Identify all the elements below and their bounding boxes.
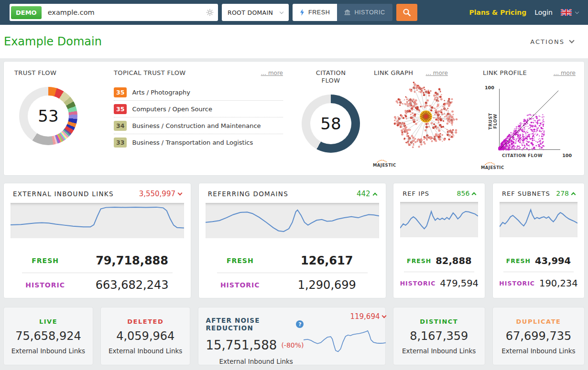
majestic-logo-text: MAJESTIC bbox=[373, 163, 396, 168]
topical-item-label: Arts / Photography bbox=[132, 89, 190, 96]
scatter-plot bbox=[499, 89, 560, 150]
topical-item-label: Computers / Open Source bbox=[132, 106, 212, 113]
historic-label: HISTORIC bbox=[11, 281, 80, 289]
y-axis-label: TRUST FLOW bbox=[488, 105, 498, 138]
noise-reduction-percent: (-80%) bbox=[281, 341, 304, 349]
sparkline bbox=[11, 203, 184, 238]
chevron-icon bbox=[571, 192, 576, 197]
trust-flow-section: TRUST FLOW 53 bbox=[11, 67, 113, 169]
chevron-down-icon bbox=[280, 10, 283, 13]
sparkline bbox=[304, 327, 386, 354]
majestic-logo-text: MAJESTIC bbox=[481, 165, 504, 170]
fresh-toggle[interactable]: FRESH bbox=[293, 4, 337, 21]
link-profile-more-link[interactable]: ... more bbox=[554, 70, 576, 76]
topical-score-badge: 34 bbox=[114, 121, 127, 131]
summary-sublabel: External Inbound Links bbox=[501, 347, 575, 355]
historic-label: HISTORIC bbox=[206, 281, 275, 289]
content: TRUST FLOW 53 TOPICAL TRUST FLOW ... mor… bbox=[0, 58, 588, 365]
ref-subnets-card: REF SUBNETS 278 FRESH 43,994 HISTORIC 19… bbox=[492, 183, 585, 298]
citation-flow-label: CITATION FLOW bbox=[310, 69, 351, 85]
historic-toggle-label: HISTORIC bbox=[354, 9, 385, 16]
trust-flow-donut: 53 bbox=[19, 87, 77, 145]
search-button[interactable] bbox=[396, 4, 417, 21]
summary-label: DELETED bbox=[127, 318, 163, 325]
sparkline bbox=[500, 202, 577, 237]
fresh-label: FRESH bbox=[11, 257, 80, 264]
topical-list: 35 Arts / Photography 35 Computers / Ope… bbox=[114, 84, 283, 151]
trust-flow-value: 53 bbox=[38, 106, 58, 126]
help-icon[interactable]: ? bbox=[296, 320, 304, 328]
chevron-down-icon bbox=[575, 10, 579, 13]
fresh-value: 43,994 bbox=[535, 255, 571, 266]
topical-item[interactable]: 34 Business / Construction and Maintenan… bbox=[114, 117, 283, 134]
summary-sublabel: External Inbound Links bbox=[219, 358, 304, 365]
fresh-toggle-label: FRESH bbox=[308, 9, 330, 16]
bank-icon bbox=[344, 10, 350, 15]
fresh-value: 79,718,888 bbox=[80, 254, 184, 267]
historic-toggle[interactable]: HISTORIC bbox=[337, 4, 392, 21]
language-selector[interactable] bbox=[561, 9, 578, 16]
link-graph-visual[interactable] bbox=[386, 79, 466, 154]
actions-label: ACTIONS bbox=[530, 38, 565, 45]
summary-sublabel: External Inbound Links bbox=[11, 347, 85, 355]
x-axis-max-tick: 100 bbox=[562, 153, 572, 158]
fresh-label: FRESH bbox=[506, 257, 531, 264]
topical-score-badge: 35 bbox=[114, 104, 127, 114]
chevron-icon bbox=[178, 190, 183, 195]
overview-panel: TRUST FLOW 53 TOPICAL TRUST FLOW ... mor… bbox=[3, 61, 585, 176]
card-title: REF IPS bbox=[403, 190, 429, 197]
summary-value: 75,658,924 bbox=[15, 329, 81, 343]
lightning-icon bbox=[300, 9, 305, 16]
topical-more-link[interactable]: ... more bbox=[261, 70, 283, 76]
sparkline bbox=[400, 202, 478, 237]
topical-score-badge: 35 bbox=[114, 87, 127, 97]
external-inbound-links-card: EXTERNAL INBOUND LINKS 3,550,997 FRESH 7… bbox=[3, 183, 191, 298]
gear-icon[interactable] bbox=[206, 9, 214, 16]
login-link[interactable]: Login bbox=[534, 9, 553, 16]
chevron-icon bbox=[382, 313, 387, 318]
delta-number: 119,694 bbox=[350, 312, 380, 321]
topical-item-label: Business / Transportation and Logistics bbox=[132, 139, 253, 146]
historic-value: 1,290,699 bbox=[275, 278, 379, 292]
delta-value[interactable]: 856 bbox=[457, 190, 476, 197]
historic-label: HISTORIC bbox=[499, 280, 535, 287]
index-toggle: FRESH HISTORIC bbox=[293, 4, 392, 21]
delta-value[interactable]: 3,550,997 bbox=[139, 190, 182, 198]
actions-dropdown[interactable]: ACTIONS bbox=[530, 38, 574, 45]
majestic-logo: MAJESTIC bbox=[373, 159, 396, 168]
link-graph-label: LINK GRAPH bbox=[374, 69, 414, 76]
plans-pricing-link[interactable]: Plans & Pricing bbox=[469, 9, 526, 16]
delta-value[interactable]: 442 bbox=[357, 190, 377, 198]
topical-item[interactable]: 35 Computers / Open Source bbox=[114, 101, 283, 117]
historic-value: 479,594 bbox=[440, 278, 479, 289]
fresh-label: FRESH bbox=[407, 257, 431, 264]
after-noise-reduction-card: AFTER NOISE REDUCTION ? 15,751,588 (-80%… bbox=[198, 307, 386, 365]
link-profile-section: LINK PROFILE ... more 100 TRUST FLOW CIT… bbox=[481, 67, 577, 169]
summary-sublabel: External Inbound Links bbox=[109, 347, 182, 355]
delta-value[interactable]: 278 bbox=[556, 190, 575, 197]
domain-search-input[interactable] bbox=[43, 9, 206, 16]
topical-item[interactable]: 33 Business / Transportation and Logisti… bbox=[114, 134, 283, 151]
search-icon bbox=[403, 8, 411, 17]
card-title: REF SUBNETS bbox=[502, 190, 550, 197]
summary-cards-row: LIVE 75,658,924 External Inbound Links D… bbox=[3, 307, 585, 365]
delta-number: 3,550,997 bbox=[139, 190, 175, 198]
metric-cards-row: EXTERNAL INBOUND LINKS 3,550,997 FRESH 7… bbox=[3, 183, 585, 298]
chevron-down-icon bbox=[569, 38, 574, 43]
topical-score-badge: 33 bbox=[114, 137, 127, 148]
delta-number: 856 bbox=[457, 190, 470, 197]
domain-search-box: DEMO bbox=[10, 4, 218, 21]
link-profile-plot[interactable]: 100 TRUST FLOW CITATION FLOW 100 MAJESTI… bbox=[481, 81, 577, 171]
link-graph-more-link[interactable]: ... more bbox=[426, 70, 448, 76]
historic-value: 190,234 bbox=[539, 278, 578, 289]
topical-item[interactable]: 35 Arts / Photography bbox=[114, 84, 283, 101]
delta-value[interactable]: 119,694 bbox=[350, 312, 386, 321]
title-bar: Example Domain ACTIONS bbox=[0, 25, 588, 58]
scope-dropdown[interactable]: ROOT DOMAIN bbox=[222, 4, 289, 21]
majestic-logo: MAJESTIC bbox=[481, 161, 504, 170]
delta-number: 442 bbox=[357, 190, 370, 198]
topbar-right: Plans & Pricing Login bbox=[469, 9, 578, 16]
referring-domains-card: REFERRING DOMAINS 442 FRESH 126,617 HIST… bbox=[198, 183, 386, 298]
historic-value: 663,682,243 bbox=[80, 278, 184, 292]
card-title: REFERRING DOMAINS bbox=[208, 190, 288, 198]
